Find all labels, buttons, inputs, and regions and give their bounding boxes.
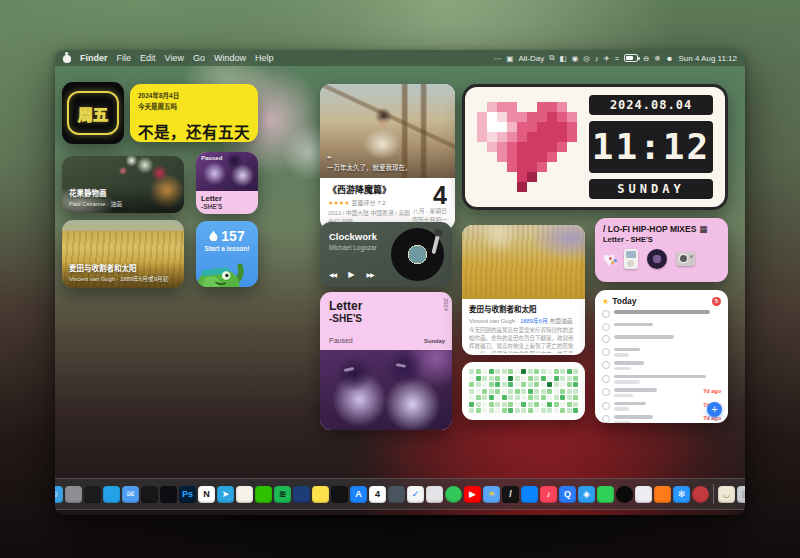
- dock-icon-freeform[interactable]: ✻: [673, 486, 690, 503]
- reminder-checkbox[interactable]: [602, 402, 610, 410]
- reminder-item[interactable]: [602, 310, 721, 318]
- reminder-checkbox[interactable]: [602, 310, 610, 318]
- dock-icon-app-dark-1[interactable]: [84, 486, 101, 503]
- widget-reminders-today[interactable]: ★ Today 5 7d ago7d ago7d ago +: [595, 290, 728, 423]
- heart-pixel: [477, 132, 487, 142]
- controller-icon[interactable]: ◎: [583, 54, 590, 63]
- dock-icon-app-dark-2[interactable]: [141, 486, 158, 503]
- reminder-item[interactable]: 7d ago: [602, 402, 721, 411]
- reminder-checkbox[interactable]: [602, 388, 610, 396]
- dock-icon-telegram[interactable]: ➤: [217, 486, 234, 503]
- reminder-checkbox[interactable]: [602, 375, 610, 383]
- heart-pixel: [507, 152, 517, 162]
- reminder-item[interactable]: [602, 375, 721, 384]
- dock-icon-qq[interactable]: [160, 486, 177, 503]
- dock-icon-app-black[interactable]: [331, 486, 348, 503]
- dock-icon-notion[interactable]: N: [198, 486, 215, 503]
- widget-countdown[interactable]: 2024年8月4日 今天是周五吗 不是，还有五天: [130, 84, 258, 142]
- dock-icon-vscode[interactable]: [103, 486, 120, 503]
- user-icon[interactable]: ☻: [666, 54, 674, 63]
- airdrop-icon[interactable]: ✈: [604, 54, 610, 63]
- stage-manager-icon[interactable]: ◧: [560, 54, 567, 63]
- apple-menu-icon[interactable]: [63, 54, 71, 63]
- dock-icon-mail[interactable]: ✉: [122, 486, 139, 503]
- dock-icon-spotify[interactable]: ≋: [274, 486, 291, 503]
- dock-icon-launchpad[interactable]: [65, 486, 82, 503]
- dock-icon-cursor[interactable]: [635, 486, 652, 503]
- dock-icon-app-light[interactable]: [426, 486, 443, 503]
- previous-button[interactable]: ◀◀: [329, 271, 336, 278]
- dock-icon-photoshop[interactable]: Ps: [179, 486, 196, 503]
- datetime-label[interactable]: Sun 4 Aug 11:12: [678, 54, 737, 63]
- dock-icon-phone[interactable]: [597, 486, 614, 503]
- menu-window[interactable]: Window: [214, 53, 246, 63]
- widget-pixel-clock[interactable]: 2024.08.04 11:12 SUNDAY: [462, 84, 728, 210]
- widget-movie-calendar[interactable]: “ 一万年太久了，就爱我现在。 《西游降魔篇》 ★★★★豆瓣评分 7.2 201…: [320, 84, 455, 230]
- dock-icon-security[interactable]: ◈: [578, 486, 595, 503]
- widget-art-cezanne[interactable]: 花果静物画 Paul Cézanne · 油画: [62, 156, 184, 213]
- reminder-item[interactable]: 7d ago: [602, 388, 721, 397]
- dock-icon-appstore[interactable]: A: [350, 486, 367, 503]
- contribution-cell: [502, 408, 507, 413]
- dock-icon-app-orange[interactable]: [654, 486, 671, 503]
- reminder-checkbox[interactable]: [602, 348, 610, 356]
- reminder-item[interactable]: 7d ago: [602, 415, 721, 423]
- menu-file[interactable]: File: [117, 53, 132, 63]
- widget-contributions[interactable]: [462, 362, 585, 420]
- widget-art-vangogh[interactable]: 麦田与收割者和太阳 Vincent van Gogh · 1889年6月或9月初: [62, 220, 184, 288]
- reminder-checkbox[interactable]: [602, 415, 610, 423]
- reminder-checkbox[interactable]: [602, 323, 610, 331]
- dock-icon-wechat[interactable]: [255, 486, 272, 503]
- input-source-icon[interactable]: ▣: [506, 54, 513, 63]
- reminder-item[interactable]: [602, 323, 721, 331]
- dock-icon-downloads-bag[interactable]: ◡: [718, 486, 735, 503]
- focus-icon[interactable]: ⊖: [643, 54, 649, 63]
- dock-icon-app-darkred[interactable]: [692, 486, 709, 503]
- widget-letter-album[interactable]: Letter -SHE'S Paused Sunday 2024: [320, 292, 452, 430]
- battery-icon[interactable]: [624, 54, 638, 62]
- dock-icon-app-slate[interactable]: [388, 486, 405, 503]
- music-icon[interactable]: ♪: [595, 54, 599, 63]
- screen-mirroring-icon[interactable]: ⧉: [549, 53, 554, 63]
- menu-go[interactable]: Go: [193, 53, 205, 63]
- reminder-item[interactable]: [602, 361, 721, 370]
- menu-view[interactable]: View: [165, 53, 184, 63]
- reminder-checkbox[interactable]: [602, 361, 610, 369]
- record-icon[interactable]: ◉: [572, 54, 579, 63]
- add-reminder-button[interactable]: +: [707, 402, 722, 417]
- reminder-checkbox[interactable]: [602, 335, 610, 343]
- dock-icon-weather[interactable]: ☀: [483, 486, 500, 503]
- dock-icon-notes[interactable]: [312, 486, 329, 503]
- dock-icon-app-blue[interactable]: [521, 486, 538, 503]
- menu-help[interactable]: Help: [255, 53, 274, 63]
- dock-icon-slash-app[interactable]: /: [502, 486, 519, 503]
- widget-now-playing-mini[interactable]: Paused Letter -SHE'S: [196, 152, 258, 214]
- dock-icon-music[interactable]: ♪: [540, 486, 557, 503]
- snowflake-icon[interactable]: ❄: [654, 54, 660, 63]
- dock-icon-finder[interactable]: ☺: [55, 486, 63, 503]
- widget-music-player[interactable]: Clockwork Michael Logozar ◀◀ ▶ ▶▶: [320, 222, 452, 287]
- play-button[interactable]: ▶: [348, 270, 354, 279]
- dock-icon-app-green-circle[interactable]: [445, 486, 462, 503]
- dock-icon-trash[interactable]: ▥: [737, 486, 745, 503]
- dock-icon-slack[interactable]: [236, 486, 253, 503]
- all-day-label[interactable]: All-Day: [518, 54, 544, 63]
- menu-finder[interactable]: Finder: [80, 53, 108, 63]
- widget-lofi-mixes[interactable]: / LO-FI HIP-HOP MIXES▦ Letter - SHE'S ♥: [595, 218, 728, 282]
- dock-icon-calendar[interactable]: 4: [369, 486, 386, 503]
- widget-streak[interactable]: 157 Start a lesson!: [196, 221, 258, 287]
- next-button[interactable]: ▶▶: [366, 271, 373, 278]
- dock-icon-things[interactable]: ✓: [407, 486, 424, 503]
- dock-icon-app-black-circle[interactable]: [616, 486, 633, 503]
- painting-date-link[interactable]: 1889年6月: [520, 318, 548, 324]
- widget-art-vangogh-detail[interactable]: 麦田与收割者和太阳 Vincent van Gogh · 1889年6月 布面油…: [462, 225, 585, 355]
- wifi-icon[interactable]: ≈: [615, 54, 619, 63]
- widget-friday-sign[interactable]: 周五: [62, 82, 124, 144]
- menu-edit[interactable]: Edit: [140, 53, 156, 63]
- more-icon[interactable]: ⋯: [494, 54, 502, 63]
- reminder-item[interactable]: [602, 348, 721, 357]
- reminder-item[interactable]: [602, 335, 721, 343]
- dock-icon-youtube[interactable]: ▶: [464, 486, 481, 503]
- dock-icon-quark[interactable]: Q: [559, 486, 576, 503]
- dock-icon-app-navy[interactable]: [293, 486, 310, 503]
